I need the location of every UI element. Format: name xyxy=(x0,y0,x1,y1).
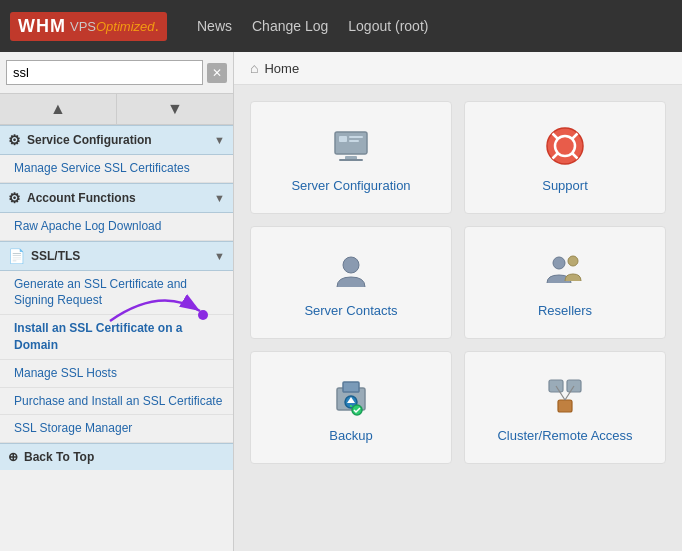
tile-resellers-label: Resellers xyxy=(538,303,592,318)
search-bar: ✕ xyxy=(0,52,233,94)
section-service-config-label: Service Configuration xyxy=(27,133,152,147)
section-account-functions[interactable]: ⚙ Account Functions ▼ xyxy=(0,183,233,213)
tile-server-configuration-label: Server Configuration xyxy=(291,178,410,193)
sidebar: ✕ ▲ ▼ ⚙ Service Configuration ▼ Manage S… xyxy=(0,52,234,551)
tile-backup-label: Backup xyxy=(329,428,372,443)
breadcrumb-home-label: Home xyxy=(264,61,299,76)
section-ssl-icon: 📄 xyxy=(8,248,25,264)
back-to-top-icon: ⊕ xyxy=(8,450,18,464)
tile-backup[interactable]: Backup xyxy=(250,351,452,464)
nav-arrows: ▲ ▼ xyxy=(0,94,233,125)
search-clear-button[interactable]: ✕ xyxy=(207,63,227,83)
section-account-label: Account Functions xyxy=(27,191,136,205)
svg-rect-2 xyxy=(335,132,367,154)
svg-point-15 xyxy=(553,257,565,269)
main-layout: ✕ ▲ ▼ ⚙ Service Configuration ▼ Manage S… xyxy=(0,52,682,551)
tile-server-contacts[interactable]: Server Contacts xyxy=(250,226,452,339)
resellers-icon xyxy=(541,247,589,295)
logo: WHM VPS Optimized. xyxy=(10,12,167,41)
sidebar-content: ⚙ Service Configuration ▼ Manage Service… xyxy=(0,125,233,551)
search-input[interactable] xyxy=(6,60,203,85)
tile-support-label: Support xyxy=(542,178,588,193)
svg-rect-3 xyxy=(339,136,347,142)
section-service-configuration[interactable]: ⚙ Service Configuration ▼ xyxy=(0,125,233,155)
tile-cluster-label: Cluster/Remote Access xyxy=(497,428,632,443)
sidebar-item-ssl-storage[interactable]: SSL Storage Manager xyxy=(0,415,233,443)
home-icon: ⌂ xyxy=(250,60,258,76)
tiles-grid: Server Configuration Support xyxy=(234,85,682,480)
support-icon xyxy=(541,122,589,170)
scroll-up-button[interactable]: ▲ xyxy=(0,94,117,124)
backup-icon xyxy=(327,372,375,420)
server-config-icon xyxy=(327,122,375,170)
svg-rect-7 xyxy=(339,159,363,161)
sidebar-item-generate-ssl[interactable]: Generate an SSL Certificate and Signing … xyxy=(0,271,233,316)
section-ssl-tls[interactable]: 📄 SSL/TLS ▼ xyxy=(0,241,233,271)
svg-point-8 xyxy=(547,128,583,164)
tile-resellers[interactable]: Resellers xyxy=(464,226,666,339)
scroll-down-button[interactable]: ▼ xyxy=(117,94,233,124)
svg-rect-5 xyxy=(349,140,359,142)
sidebar-item-install-ssl[interactable]: Install an SSL Certificate on a Domain xyxy=(0,315,233,360)
tile-server-configuration[interactable]: Server Configuration xyxy=(250,101,452,214)
section-service-config-arrow: ▼ xyxy=(214,134,225,146)
back-to-top-label: Back To Top xyxy=(24,450,94,464)
arrow-container: Generate an SSL Certificate and Signing … xyxy=(0,271,233,316)
breadcrumb: ⌂ Home xyxy=(234,52,682,85)
svg-point-14 xyxy=(343,257,359,273)
logo-optimized: Optimized xyxy=(96,19,155,34)
nav-news[interactable]: News xyxy=(197,18,232,34)
nav-changelog[interactable]: Change Log xyxy=(252,18,328,34)
svg-rect-4 xyxy=(349,136,363,138)
svg-rect-18 xyxy=(343,382,359,392)
section-service-config-icon: ⚙ xyxy=(8,132,21,148)
tile-support[interactable]: Support xyxy=(464,101,666,214)
section-account-icon: ⚙ xyxy=(8,190,21,206)
section-ssl-label: SSL/TLS xyxy=(31,249,80,263)
sidebar-item-raw-apache-log[interactable]: Raw Apache Log Download xyxy=(0,213,233,241)
cluster-icon xyxy=(541,372,589,420)
logo-whm: WHM xyxy=(18,16,66,37)
svg-rect-25 xyxy=(558,400,572,412)
nav-logout[interactable]: Logout (root) xyxy=(348,18,428,34)
section-ssl-arrow: ▼ xyxy=(214,250,225,262)
logo-vps: VPS xyxy=(70,19,96,34)
svg-point-16 xyxy=(568,256,578,266)
sidebar-item-manage-ssl-certs[interactable]: Manage Service SSL Certificates xyxy=(0,155,233,183)
tile-server-contacts-label: Server Contacts xyxy=(304,303,397,318)
back-to-top-button[interactable]: ⊕ Back To Top xyxy=(0,443,233,470)
section-account-arrow: ▼ xyxy=(214,192,225,204)
content-area: ⌂ Home Server Configuration xyxy=(234,52,682,551)
sidebar-item-manage-ssl-hosts[interactable]: Manage SSL Hosts xyxy=(0,360,233,388)
server-contacts-icon xyxy=(327,247,375,295)
sidebar-item-purchase-ssl[interactable]: Purchase and Install an SSL Certificate xyxy=(0,388,233,416)
header: WHM VPS Optimized. News Change Log Logou… xyxy=(0,0,682,52)
tile-cluster-remote-access[interactable]: Cluster/Remote Access xyxy=(464,351,666,464)
